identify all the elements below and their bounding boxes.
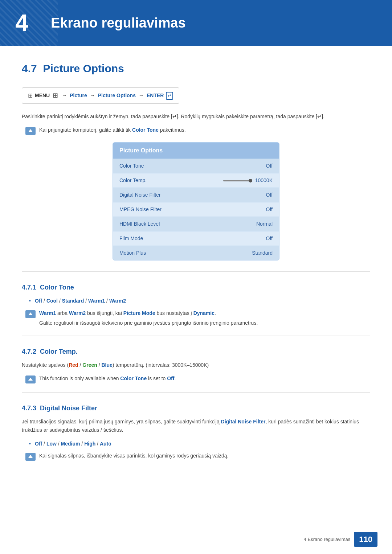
note-text-warm: Warm1 arba Warm2 bus išjungti, kai Pictu… [39, 309, 258, 317]
note-color-tone: Kai prijungiate kompiuterį, galite atlik… [25, 126, 370, 135]
color-tone-options: Off / Cool / Standard / Warm1 / Warm2 [29, 297, 370, 305]
note-text-color-temp: This function is only available when Col… [39, 375, 176, 382]
list-item-digital-noise-options: Off / Low / Medium / High / Auto [29, 440, 370, 448]
subsection-4-7-2: 4.7.2 Color Temp. [22, 347, 370, 357]
menu-box-title: Picture Options [113, 143, 279, 159]
digital-noise-options: Off / Low / Medium / High / Auto [29, 440, 370, 448]
section-title: 4.7 Picture Options [22, 60, 370, 77]
menu-icon: ⊞ [28, 91, 33, 100]
menu-path: ⊞ MENU ⊞ → Picture → Picture Options → E… [22, 87, 179, 104]
note-icon-4 [25, 453, 36, 461]
note-icon-2 [25, 310, 36, 318]
subsection-title-4-7-2: 4.7.2 Color Temp. [22, 347, 370, 357]
color-temp-body: Nustatykite spalvos (Red / Green / Blue)… [22, 361, 370, 369]
divider-2 [22, 336, 370, 336]
page-footer: 4 Ekrano reguliavimas 110 [304, 532, 377, 547]
note-color-temp: This function is only available when Col… [25, 375, 370, 383]
header-decoration [0, 0, 58, 46]
main-content: 4.7 Picture Options ⊞ MENU ⊞ → Picture →… [0, 46, 392, 488]
footer-chapter-ref: 4 Ekrano reguliavimas [304, 536, 351, 543]
menu-menu: MENU [35, 92, 50, 99]
menu-item-color-tone: Color Tone Off [113, 159, 279, 173]
note-text-digital-noise: Kai signalas silpnas, išbandykite visas … [39, 452, 228, 460]
menu-item-hdmi-black: HDMI Black Level Normal [113, 217, 279, 231]
subsection-4-7-1: 4.7.1 Color Tone [22, 283, 370, 292]
menu-item-digital-noise: Digital Noise Filter Off [113, 188, 279, 202]
divider-3 [22, 392, 370, 393]
menu-item-color-temp: Color Temp. 10000K [113, 173, 279, 188]
intro-text: Pasirinkite parinktį rodyklėmis aukštyn … [22, 112, 370, 120]
color-temp-bar [223, 180, 252, 181]
page-header: 4 Ekrano reguliavimas [0, 0, 392, 46]
grid-icon: ⊞ [53, 91, 58, 100]
note-list-2: Warm1 arba Warm2 bus išjungti, kai Pictu… [39, 309, 258, 327]
note-icon-1 [25, 127, 36, 135]
subsection-title-4-7-3: 4.7.3 Digital Noise Filter [22, 403, 370, 413]
menu-item-film-mode: Film Mode Off [113, 231, 279, 246]
menu-item-motion-plus: Motion Plus Standard [113, 246, 279, 260]
subsection-title-4-7-1: 4.7.1 Color Tone [22, 283, 370, 292]
footer-page-number: 110 [354, 532, 377, 547]
list-item-color-tone-options: Off / Cool / Standard / Warm1 / Warm2 [29, 297, 370, 305]
note-text-1: Kai prijungiate kompiuterį, galite atlik… [39, 126, 186, 134]
note-warm-dynamic: Warm1 arba Warm2 bus išjungti, kai Pictu… [25, 309, 370, 327]
header-content: 4 Ekrano reguliavimas [0, 0, 392, 46]
color-temp-bar-container: 10000K [223, 177, 273, 184]
divider-1 [22, 271, 370, 272]
enter-key-icon: ↵ [166, 92, 173, 100]
menu-item-mpeg-noise: MPEG Noise Filter Off [113, 202, 279, 217]
note-digital-noise: Kai signalas silpnas, išbandykite visas … [25, 452, 370, 461]
chapter-title: Ekrano reguliavimas [51, 13, 186, 33]
picture-options-menu: Picture Options Color Tone Off Color Tem… [113, 142, 279, 260]
subsection-4-7-3: 4.7.3 Digital Noise Filter [22, 403, 370, 413]
note-text-save: Galite reguliuoti ir išsaugoti kiekvieno… [39, 319, 258, 327]
note-icon-3 [25, 376, 36, 383]
digital-noise-body: Jei transliacijos signalas, kurį priima … [22, 418, 370, 434]
